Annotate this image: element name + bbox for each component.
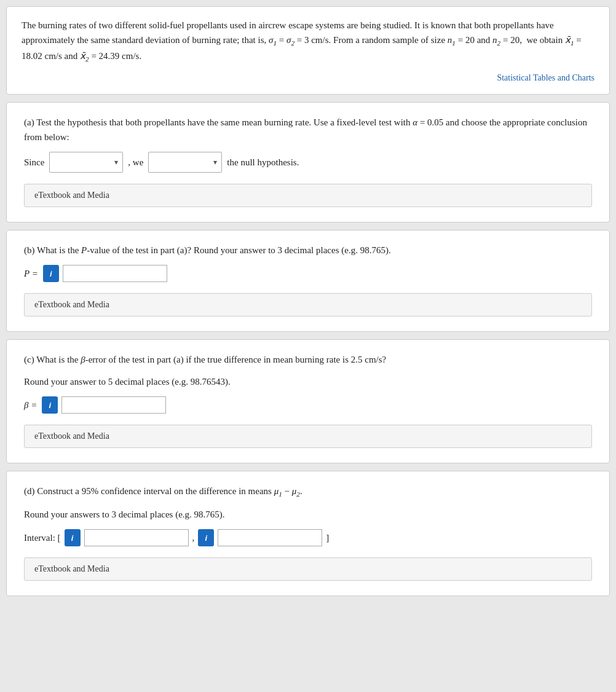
beta-input[interactable] (61, 396, 166, 414)
stats-link[interactable]: Statistical Tables and Charts (22, 73, 594, 83)
beta-label: β = (24, 400, 37, 411)
info-btn-b[interactable]: i (43, 265, 59, 282)
part-a-text: Test the hypothesis that both propellant… (24, 117, 587, 142)
part-d-question: (d) Construct a 95% confidence interval … (24, 484, 592, 500)
etextbook-btn-b[interactable]: eTextbook and Media (24, 293, 592, 317)
p-value-input[interactable] (63, 265, 167, 282)
part-a-question: (a) Test the hypothesis that both propel… (24, 115, 592, 144)
problem-card: The burning rates of two different solid… (6, 6, 610, 95)
part-b-question: (b) What is the P-value of the test in p… (24, 243, 592, 258)
part-a-card: (a) Test the hypothesis that both propel… (6, 102, 610, 222)
interval-lower-input[interactable] (84, 529, 189, 546)
since-label: Since (24, 157, 44, 168)
info-icon-c: i (49, 401, 52, 410)
part-c-label: (c) (24, 355, 34, 364)
part-b-card: (b) What is the P-value of the test in p… (6, 230, 610, 332)
beta-row: β = i (24, 396, 592, 414)
part-d-round-note: Round your answers to 3 decimal places (… (24, 507, 592, 522)
p-value-row: P = i (24, 265, 592, 282)
info-icon-d1: i (71, 533, 74, 543)
interval-label: Interval: [ (24, 533, 61, 543)
etextbook-btn-d[interactable]: eTextbook and Media (24, 557, 592, 581)
info-icon-d2: i (205, 533, 208, 543)
info-btn-c[interactable]: i (42, 396, 58, 414)
xbar1: x̄1 (565, 35, 574, 45)
xbar2: x̄2 (80, 51, 89, 61)
dropdown1-select[interactable]: z₀ = −7.98 z₀ = 7.98 z₀ = 0 (49, 152, 123, 173)
p-label: P = (24, 269, 38, 279)
comma-we-label: , we (128, 157, 143, 168)
dropdown1-wrapper: z₀ = −7.98 z₀ = 7.98 z₀ = 0 ▾ (49, 152, 123, 173)
interval-close-bracket: ] (326, 533, 329, 543)
part-d-label: (d) (24, 486, 35, 496)
since-row: Since z₀ = −7.98 z₀ = 7.98 z₀ = 0 ▾ , we… (24, 152, 592, 173)
part-c-round-note: Round your answer to 5 decimal places (e… (24, 374, 592, 389)
dropdown2-select[interactable]: fail to reject reject (148, 152, 222, 173)
dropdown2-wrapper: fail to reject reject ▾ (148, 152, 222, 173)
part-c-text: What is the β-error of the test in part … (36, 355, 386, 364)
part-c-card: (c) What is the β-error of the test in p… (6, 339, 610, 463)
part-d-text: Construct a 95% confidence interval on t… (37, 486, 302, 496)
info-btn-d1[interactable]: i (65, 529, 81, 546)
n2: n2 (492, 35, 500, 45)
interval-comma: , (192, 533, 195, 543)
interval-row: Interval: [ i , i ] (24, 529, 592, 546)
sigma2: σ2 (286, 35, 294, 45)
info-btn-d2[interactable]: i (198, 529, 214, 546)
part-d-card: (d) Construct a 95% confidence interval … (6, 471, 610, 596)
etextbook-btn-a[interactable]: eTextbook and Media (24, 184, 592, 207)
etextbook-btn-c[interactable]: eTextbook and Media (24, 425, 592, 448)
part-c-question: (c) What is the β-error of the test in p… (24, 352, 592, 367)
part-a-label: (a) (24, 117, 34, 127)
n1: n1 (448, 35, 456, 45)
problem-text: The burning rates of two different solid… (22, 18, 594, 65)
interval-upper-input[interactable] (218, 529, 322, 546)
info-icon-b: i (50, 269, 52, 278)
part-b-label: (b) (24, 245, 35, 255)
null-hyp-end: the null hypothesis. (227, 157, 299, 168)
part-b-text: What is the P-value of the test in part … (37, 245, 391, 255)
sigma1: σ1 (269, 35, 277, 45)
